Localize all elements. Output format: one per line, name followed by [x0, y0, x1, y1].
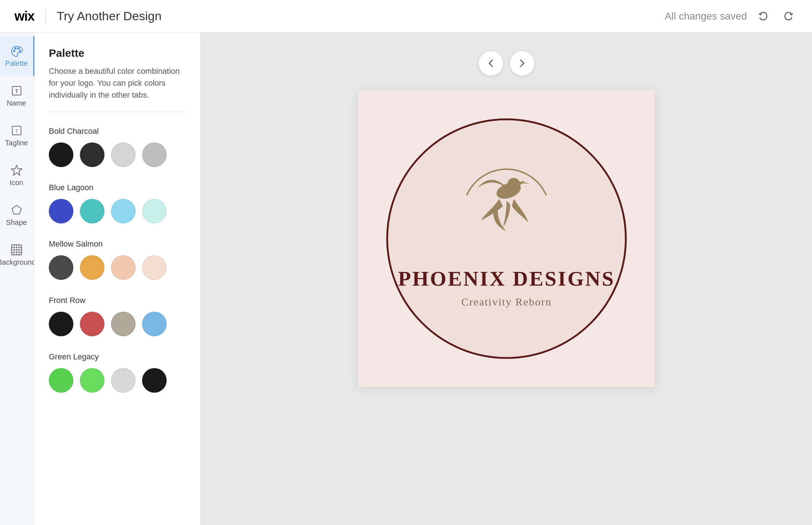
palette-entry-name: Blue Lagoon: [49, 183, 186, 192]
svg-point-16: [387, 119, 626, 358]
header-right: All changes saved: [665, 7, 798, 25]
color-swatch[interactable]: [142, 368, 167, 393]
color-swatch[interactable]: [111, 199, 136, 223]
svg-point-0: [13, 50, 15, 52]
palette-entry-colors: [49, 312, 186, 336]
svg-point-3: [19, 50, 21, 52]
palette-entry-front-row[interactable]: Front Row: [49, 296, 186, 336]
color-swatch[interactable]: [111, 368, 136, 393]
svg-text:T: T: [15, 88, 18, 94]
color-swatch[interactable]: [142, 255, 167, 280]
save-status: All changes saved: [665, 10, 747, 22]
sidebar-item-shape[interactable]: Shape: [0, 195, 34, 235]
sidebar-item-background[interactable]: Background: [0, 235, 34, 275]
preview-area: PHOENIX DESIGNS Creativity Reborn: [201, 33, 812, 525]
palette-entry-name: Mellow Salmon: [49, 239, 186, 249]
palette-entry-name: Bold Charcoal: [49, 127, 186, 136]
sidebar-item-icon[interactable]: Icon: [0, 155, 34, 195]
header-title: Try Another Design: [57, 9, 162, 23]
svg-point-2: [18, 48, 19, 49]
svg-marker-8: [11, 165, 22, 175]
color-swatch[interactable]: [49, 199, 73, 223]
sidebar-label-icon: Icon: [10, 179, 23, 187]
color-swatch[interactable]: [80, 199, 104, 223]
palette-entry-bold-charcoal[interactable]: Bold Charcoal: [49, 127, 186, 167]
svg-text:T: T: [15, 129, 18, 134]
color-swatch[interactable]: [80, 312, 104, 336]
logo-svg: PHOENIX DESIGNS Creativity Reborn: [376, 108, 637, 369]
logo-preview-card: PHOENIX DESIGNS Creativity Reborn: [358, 90, 655, 387]
color-swatch[interactable]: [142, 142, 167, 167]
palette-entry-mellow-salmon[interactable]: Mellow Salmon: [49, 239, 186, 280]
sidebar-label-palette: Palette: [5, 59, 27, 68]
app-header: wix Try Another Design All changes saved: [0, 0, 812, 33]
undo-button[interactable]: [754, 7, 772, 25]
color-swatch[interactable]: [111, 142, 136, 167]
color-swatch[interactable]: [49, 312, 73, 336]
palette-entry-blue-lagoon[interactable]: Blue Lagoon: [49, 183, 186, 223]
palette-title: Palette: [49, 47, 186, 59]
sidebar-label-name: Name: [7, 99, 26, 107]
svg-point-1: [15, 48, 16, 49]
app-layout: Palette T Name T Tagline Icon: [0, 33, 812, 525]
wix-logo: wix: [14, 9, 34, 24]
color-swatch[interactable]: [49, 255, 73, 280]
palette-entry-colors: [49, 255, 186, 280]
palette-entry-name: Front Row: [49, 296, 186, 305]
color-swatch[interactable]: [49, 368, 73, 393]
color-swatch[interactable]: [49, 142, 73, 167]
palette-entry-colors: [49, 368, 186, 393]
color-swatch[interactable]: [111, 255, 136, 280]
sidebar-label-background: Background: [0, 258, 36, 266]
color-swatch[interactable]: [80, 255, 104, 280]
redo-button[interactable]: [779, 7, 798, 25]
sidebar-label-tagline: Tagline: [5, 139, 28, 147]
sidebar-icons: Palette T Name T Tagline Icon: [0, 33, 34, 525]
header-divider: [45, 9, 46, 24]
color-swatch[interactable]: [80, 368, 104, 393]
sidebar-label-shape: Shape: [6, 218, 27, 227]
svg-text:Creativity Reborn: Creativity Reborn: [461, 296, 552, 308]
color-swatch[interactable]: [142, 312, 167, 336]
palette-entry-name: Green Legacy: [49, 352, 186, 362]
sidebar-item-name[interactable]: T Name: [0, 76, 34, 116]
color-swatch[interactable]: [142, 199, 167, 223]
sidebar-item-palette[interactable]: Palette: [0, 36, 34, 76]
palette-divider: [49, 112, 186, 112]
prev-design-button[interactable]: [478, 51, 504, 76]
header-left: wix Try Another Design: [14, 9, 162, 24]
color-swatch[interactable]: [111, 312, 136, 336]
color-swatch[interactable]: [80, 142, 104, 167]
next-design-button[interactable]: [509, 51, 535, 76]
sidebar-item-tagline[interactable]: T Tagline: [0, 116, 34, 155]
nav-arrows: [478, 51, 535, 76]
palette-entry-green-legacy[interactable]: Green Legacy: [49, 352, 186, 393]
svg-text:PHOENIX DESIGNS: PHOENIX DESIGNS: [398, 267, 615, 290]
palette-description: Choose a beautiful color combination for…: [49, 65, 186, 101]
palette-entry-colors: [49, 142, 186, 167]
palette-entry-colors: [49, 199, 186, 223]
palette-panel: Palette Choose a beautiful color combina…: [34, 33, 201, 525]
